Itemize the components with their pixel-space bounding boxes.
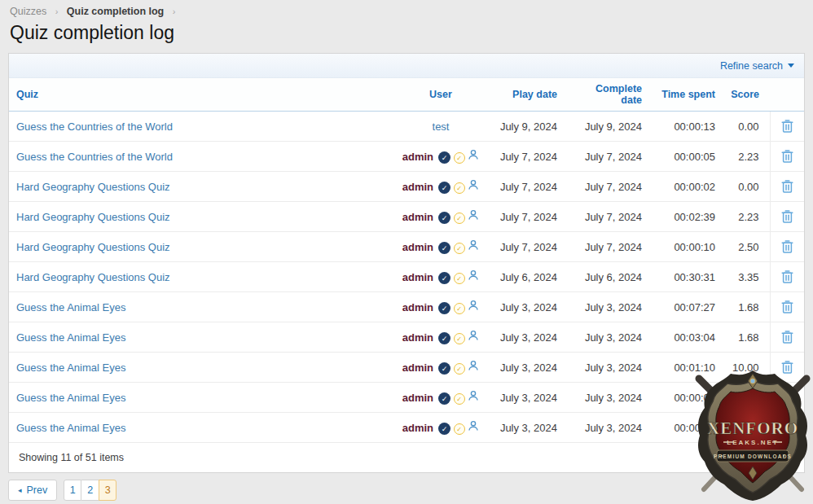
- delete-button[interactable]: [777, 267, 798, 286]
- score-cell: 10.00: [723, 383, 770, 413]
- refine-search-bar: Refine search: [9, 54, 804, 78]
- user-link[interactable]: test: [433, 121, 450, 133]
- delete-button[interactable]: [777, 237, 798, 256]
- trash-icon: [780, 299, 794, 314]
- user-link[interactable]: admin: [402, 211, 433, 223]
- column-header-user[interactable]: User: [392, 78, 490, 112]
- quiz-link[interactable]: Hard Geography Questions Quiz: [16, 241, 170, 253]
- column-header-score[interactable]: Score: [723, 78, 770, 112]
- column-header-complete-date[interactable]: Complete date: [565, 78, 649, 112]
- page-buttons: 123: [64, 480, 116, 501]
- time-spent-cell: 00:07:27: [649, 292, 723, 322]
- page-button-3[interactable]: 3: [99, 480, 116, 501]
- column-header-actions: [770, 78, 804, 112]
- user-link[interactable]: admin: [402, 392, 433, 404]
- person-icon: [468, 390, 479, 401]
- verified-badge-icon: ✓: [438, 423, 450, 435]
- score-cell: 2.50: [723, 232, 770, 262]
- delete-button[interactable]: [777, 147, 798, 165]
- quiz-link[interactable]: Hard Geography Questions Quiz: [16, 181, 170, 193]
- score-cell: 0.00: [723, 172, 770, 202]
- verified-badge-icon: ✓: [438, 362, 450, 375]
- play-date-cell: July 7, 2024: [490, 202, 565, 232]
- delete-button[interactable]: [777, 388, 798, 406]
- quiz-link[interactable]: Guess the Animal Eyes: [16, 422, 125, 434]
- time-spent-cell: 00:00:13: [649, 112, 723, 142]
- user-link[interactable]: admin: [402, 151, 433, 163]
- quiz-link[interactable]: Hard Geography Questions Quiz: [16, 271, 170, 283]
- complete-date-cell: July 3, 2024: [565, 322, 649, 353]
- trash-icon: [780, 208, 794, 224]
- delete-button[interactable]: [777, 297, 798, 316]
- gold-badge-icon: ✓: [454, 333, 465, 344]
- time-spent-cell: 00:00:10: [649, 232, 723, 262]
- user-link[interactable]: admin: [402, 422, 433, 434]
- verified-badge-icon: ✓: [438, 182, 450, 194]
- user-badges: ✓ ✓: [438, 390, 479, 405]
- complete-date-cell: July 6, 2024: [565, 262, 649, 292]
- table-row: Guess the Countries of the World test Ju…: [9, 112, 804, 142]
- complete-date-cell: July 3, 2024: [565, 413, 649, 443]
- play-date-cell: July 3, 2024: [490, 413, 565, 443]
- delete-button[interactable]: [777, 207, 798, 226]
- column-header-quiz[interactable]: Quiz: [9, 78, 392, 112]
- breadcrumb-quizzes[interactable]: Quizzes: [10, 6, 46, 17]
- delete-button[interactable]: [777, 327, 798, 346]
- table-row: Hard Geography Questions Quiz admin ✓ ✓ …: [9, 262, 804, 292]
- user-link[interactable]: admin: [402, 362, 433, 374]
- quiz-link[interactable]: Guess the Animal Eyes: [16, 392, 125, 404]
- time-spent-cell: 00:00:05: [649, 142, 723, 172]
- person-icon: [468, 360, 479, 371]
- delete-button[interactable]: [777, 357, 798, 376]
- trash-icon: [780, 329, 794, 344]
- quiz-link[interactable]: Guess the Countries of the World: [16, 151, 173, 163]
- play-date-cell: July 9, 2024: [490, 112, 565, 142]
- play-date-cell: July 3, 2024: [490, 322, 565, 353]
- user-link[interactable]: admin: [402, 331, 433, 344]
- delete-button[interactable]: [777, 116, 798, 135]
- user-link[interactable]: admin: [402, 271, 433, 283]
- quiz-link[interactable]: Guess the Animal Eyes: [16, 331, 125, 344]
- gold-badge-icon: ✓: [454, 273, 465, 284]
- breadcrumb-quiz-completion-log[interactable]: Quiz completion log: [67, 6, 164, 17]
- quiz-link[interactable]: Hard Geography Questions Quiz: [16, 211, 170, 223]
- trash-icon: [780, 148, 794, 164]
- delete-button[interactable]: [777, 177, 798, 195]
- play-date-cell: July 6, 2024: [490, 262, 565, 292]
- gold-badge-icon: ✓: [454, 363, 465, 375]
- table-row: Guess the Animal Eyes admin ✓ ✓ July 3, …: [9, 292, 804, 322]
- time-spent-cell: 00:02:39: [649, 202, 723, 232]
- score-cell: 1.68: [723, 322, 770, 353]
- column-header-play-date[interactable]: Play date: [490, 78, 565, 112]
- verified-badge-icon: ✓: [438, 392, 450, 405]
- table-row: Guess the Animal Eyes admin ✓ ✓ July 3, …: [9, 322, 804, 353]
- user-link[interactable]: admin: [402, 241, 433, 253]
- delete-button[interactable]: [777, 418, 798, 436]
- verified-badge-icon: ✓: [438, 332, 450, 344]
- time-spent-cell: 00:30:31: [649, 262, 723, 292]
- column-header-time-spent[interactable]: Time spent: [649, 78, 723, 112]
- page-button-1[interactable]: 1: [64, 480, 81, 501]
- user-link[interactable]: admin: [402, 181, 433, 193]
- person-icon: [468, 179, 479, 191]
- prev-page-button[interactable]: ◂ Prev: [8, 480, 57, 501]
- table-row: Hard Geography Questions Quiz admin ✓ ✓ …: [9, 202, 804, 232]
- person-icon: [468, 270, 479, 281]
- score-cell: 2.23: [723, 142, 770, 172]
- page-button-2[interactable]: 2: [81, 480, 99, 501]
- user-link[interactable]: admin: [402, 301, 433, 313]
- arrow-left-icon: ◂: [18, 487, 22, 494]
- pagination: ◂ Prev 123: [8, 480, 805, 501]
- gold-badge-icon: ✓: [454, 243, 465, 254]
- time-spent-cell: 00:03:04: [649, 322, 723, 353]
- trash-icon: [780, 359, 794, 375]
- score-cell: 3.35: [723, 262, 770, 292]
- quiz-link[interactable]: Guess the Animal Eyes: [16, 301, 125, 313]
- trash-icon: [780, 419, 794, 435]
- gold-badge-icon: ✓: [454, 213, 465, 224]
- refine-search-toggle[interactable]: Refine search: [720, 60, 794, 72]
- quiz-link[interactable]: Guess the Countries of the World: [16, 121, 173, 133]
- log-panel: Refine search Quiz User Play date Comple…: [8, 53, 805, 473]
- quiz-link[interactable]: Guess the Animal Eyes: [16, 362, 125, 374]
- user-badges: ✓ ✓: [438, 209, 479, 225]
